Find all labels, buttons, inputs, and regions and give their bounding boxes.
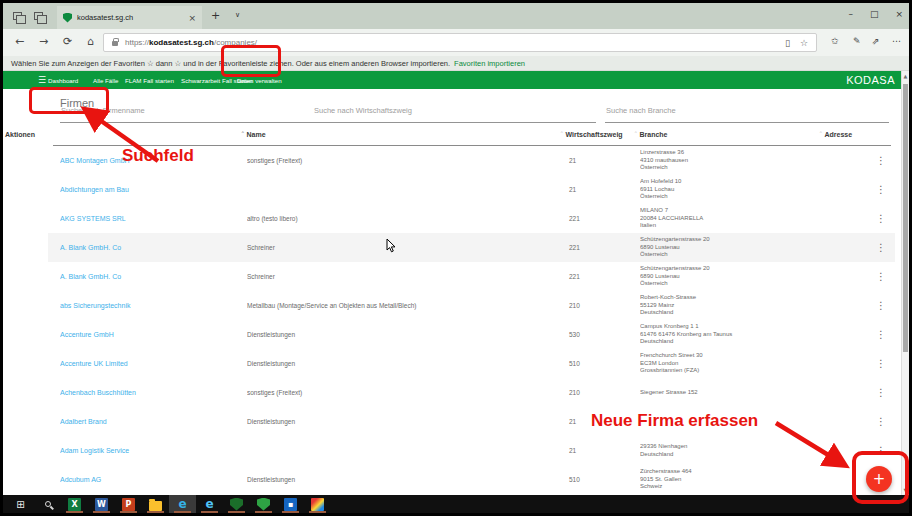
window-close-icon[interactable]: ×: [895, 9, 903, 19]
url-bar[interactable]: https://kodasatest.sg.ch/companies/ ▯ ☆: [103, 33, 817, 52]
ABC Montagen GmbH: ABC Montagen GmbH sonstiges (Freitext) 2…: [48, 146, 895, 175]
branche-cell: 210: [566, 378, 640, 407]
nav-flam-fall-starten[interactable]: FLAM Fall starten: [125, 77, 174, 84]
search-firmenname-input[interactable]: Suche nach Firmenname: [60, 103, 333, 123]
company-link[interactable]: ABC Montagen GmbH: [60, 157, 247, 164]
wirtschaftszweig-cell: Dienstleistungen: [247, 320, 566, 349]
set-aside-tabs-icon[interactable]: [34, 12, 43, 20]
maximize-icon[interactable]: □: [870, 9, 879, 19]
favorites-import-link[interactable]: Favoriten importieren: [454, 59, 525, 68]
sort-icon: ˆ: [241, 131, 245, 139]
forward-icon[interactable]: →: [39, 35, 48, 48]
table-header-row: ˆNameˆWirtschaftszweigˆBrancheˆAdresseAk…: [3, 128, 901, 146]
search-placeholder: Suche nach Branche: [606, 106, 676, 115]
company-link[interactable]: A. Blank GmbH. Co: [60, 273, 247, 280]
window-controls: – □ ×: [848, 9, 903, 19]
site-shield-favicon-icon: [63, 13, 72, 23]
row-actions-menu-icon[interactable]: ⋮: [876, 417, 895, 427]
reading-view-icon[interactable]: ▯: [785, 38, 790, 48]
branche-cell: 21: [566, 146, 640, 175]
tab-strip: kodasatest.sg.ch × + ∨ – □ ×: [3, 3, 909, 29]
back-icon[interactable]: ←: [15, 35, 24, 48]
excel-icon[interactable]: X: [61, 495, 88, 513]
scroll-down-icon[interactable]: ▼: [902, 487, 909, 493]
app-icon-blue[interactable]: ▪: [277, 495, 304, 513]
scroll-up-icon[interactable]: ▲: [902, 73, 909, 79]
wirtschaftszweig-cell: Dienstleistungen: [247, 349, 566, 378]
scrollbar-thumb[interactable]: [903, 84, 908, 352]
new-tab-button[interactable]: +: [211, 9, 220, 22]
search-placeholder: Suche nach Wirtschaftszweig: [314, 106, 412, 115]
row-actions-menu-icon[interactable]: ⋮: [876, 301, 895, 311]
adresse-cell: 29336 NienhagenDeutschland: [640, 436, 819, 465]
company-link[interactable]: Accenture GmbH: [60, 331, 247, 338]
company-link[interactable]: Accenture UK Limited: [60, 360, 247, 367]
row-actions-menu-icon[interactable]: ⋮: [876, 446, 895, 456]
share-icon[interactable]: ⇗: [872, 36, 880, 46]
web-notes-icon[interactable]: ✎: [853, 36, 861, 46]
nav-alle-faelle[interactable]: Alle Fälle: [93, 77, 118, 84]
row-actions-menu-icon[interactable]: ⋮: [876, 330, 895, 340]
branche-cell: 21: [566, 436, 640, 465]
address-bar-row: ← → ⟳ ⌂ https://kodasatest.sg.ch/compani…: [3, 29, 909, 56]
search-button[interactable]: [34, 495, 61, 513]
tab-preview-icon[interactable]: [13, 12, 22, 20]
Achenbach Buschhütten: Achenbach Buschhütten sonstiges (Freitex…: [48, 378, 895, 407]
refresh-icon[interactable]: ⟳: [63, 35, 72, 48]
company-link[interactable]: Adam Logistik Service: [60, 447, 247, 454]
Accenture UK Limited: Accenture UK Limited Dienstleistungen 51…: [48, 349, 895, 378]
Accenture GmbH: Accenture GmbH Dienstleistungen 530 Camp…: [48, 320, 895, 349]
column-header-adresse[interactable]: ˆAdresse: [819, 131, 852, 139]
menu-icon[interactable]: ☰: [38, 75, 46, 85]
wirtschaftszweig-cell: [247, 436, 566, 465]
internet-explorer-icon[interactable]: e: [196, 495, 223, 513]
column-header-name[interactable]: ˆName: [241, 131, 266, 139]
adresse-cell: Robert-Koch-Strasse55129 MainzDeutschlan…: [640, 291, 819, 320]
search-branche-input[interactable]: Suche nach Branche: [605, 103, 889, 123]
sort-icon: ˆ: [560, 131, 564, 139]
company-link[interactable]: Adcubum AG: [60, 476, 247, 483]
nav-daten-verwalten[interactable]: Daten verwalten: [237, 77, 282, 84]
shield-icon-dark[interactable]: [223, 495, 250, 513]
tab-dropdown-icon[interactable]: ∨: [235, 11, 240, 19]
nav-dashboard[interactable]: Dashboard: [48, 77, 78, 84]
company-link[interactable]: Adalbert Brand: [60, 418, 247, 425]
paint-icon[interactable]: [304, 495, 331, 513]
company-link[interactable]: Abdichtungen am Bau: [60, 186, 247, 193]
row-actions-menu-icon[interactable]: ⋮: [876, 214, 895, 224]
row-actions-menu-icon[interactable]: ⋮: [876, 185, 895, 195]
company-link[interactable]: Achenbach Buschhütten: [60, 389, 247, 396]
powerpoint-icon[interactable]: P: [115, 495, 142, 513]
search-wirtschaftszweig-input[interactable]: Suche nach Wirtschaftszweig: [313, 103, 596, 123]
row-actions-menu-icon[interactable]: ⋮: [876, 156, 895, 166]
add-company-fab[interactable]: +: [866, 466, 892, 492]
branche-cell: 530: [566, 320, 640, 349]
favorites-hub-icon[interactable]: ✩: [831, 36, 839, 46]
company-link[interactable]: abs Sicherungstechnik: [60, 302, 247, 309]
shield-icon-light[interactable]: [250, 495, 277, 513]
company-link[interactable]: A. Blank GmbH. Co: [60, 244, 247, 251]
favorites-bar-text: Wählen Sie zum Anzeigen der Favoriten ☆ …: [11, 59, 450, 68]
column-header-branche[interactable]: ˆBranche: [634, 131, 668, 139]
windows-taskbar: ⊞ X W P e e ▪: [3, 495, 909, 513]
tab-close-icon[interactable]: ×: [188, 13, 196, 23]
browser-tab[interactable]: kodasatest.sg.ch ×: [57, 6, 202, 29]
row-actions-menu-icon[interactable]: ⋮: [876, 388, 895, 398]
row-actions-menu-icon[interactable]: ⋮: [876, 272, 895, 282]
home-icon[interactable]: ⌂: [87, 35, 94, 48]
column-header-aktionen[interactable]: Aktionen: [3, 131, 35, 139]
favorite-star-icon[interactable]: ☆: [800, 38, 808, 48]
file-explorer-icon[interactable]: [142, 495, 169, 513]
start-button[interactable]: ⊞: [7, 495, 34, 513]
edge-icon[interactable]: e: [169, 495, 196, 513]
word-icon[interactable]: W: [88, 495, 115, 513]
row-actions-menu-icon[interactable]: ⋮: [876, 243, 895, 253]
column-header-wirtschaftszweig[interactable]: ˆWirtschaftszweig: [560, 131, 623, 139]
vertical-scrollbar[interactable]: ▲ ▼: [901, 71, 909, 495]
url-text: https://kodasatest.sg.ch/companies/: [125, 38, 775, 47]
minimize-icon[interactable]: –: [848, 9, 853, 19]
row-actions-menu-icon[interactable]: ⋮: [876, 359, 895, 369]
company-link[interactable]: AKG SYSTEMS SRL: [60, 215, 247, 222]
wirtschaftszweig-cell: Dienstleistungen: [247, 465, 566, 494]
more-menu-icon[interactable]: ⋯: [892, 36, 901, 46]
